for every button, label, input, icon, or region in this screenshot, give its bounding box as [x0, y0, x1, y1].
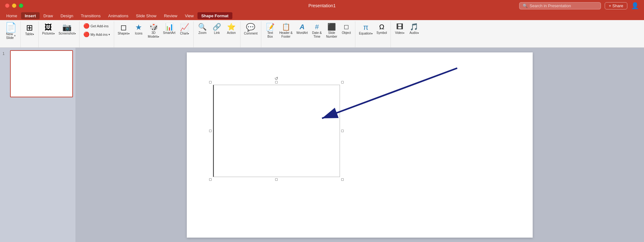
my-addins-button[interactable]: 🔴 My Add-ins ▾: [81, 30, 112, 38]
slide-thumbnail-1[interactable]: 1: [3, 50, 73, 97]
header-footer-button[interactable]: 📋 Header &Footer: [278, 22, 294, 40]
video-icon: 🎞: [396, 24, 403, 30]
audio-button[interactable]: 🎵 Audio▾: [407, 22, 421, 36]
video-button[interactable]: 🎞 Video▾: [393, 22, 407, 36]
ribbon-group-links: 🔍 Zoom 🔗 Link ⭐ Action: [194, 21, 241, 47]
smartart-button[interactable]: 📊 SmartArt: [161, 22, 177, 36]
share-button[interactable]: + Share: [605, 2, 627, 9]
equation-button[interactable]: π Equation▾: [357, 22, 374, 36]
handle-top-right[interactable]: [341, 81, 344, 83]
symbols-buttons: π Equation▾ Ω Symbol: [357, 22, 388, 47]
table-label: Table▾: [25, 32, 34, 36]
menu-view[interactable]: View: [181, 12, 197, 19]
shapes-icon: ◻: [120, 24, 127, 31]
wordart-button[interactable]: A WordArt: [295, 22, 309, 36]
video-label: Video▾: [395, 31, 404, 35]
text-box-label: TextBox: [267, 31, 273, 39]
equation-label: Equation▾: [359, 32, 372, 35]
minimize-button[interactable]: [12, 3, 16, 8]
menu-transitions[interactable]: Transitions: [77, 12, 104, 19]
illustrations-buttons: ◻ Shapes▾ ★ Icons 🎲 3DModels▾ 📊 SmartArt…: [116, 22, 192, 47]
menu-home[interactable]: Home: [3, 12, 21, 19]
app-title: Presentation1: [308, 3, 336, 8]
new-slide-icon: 📄: [5, 23, 17, 32]
comment-button[interactable]: 💬 Comment: [242, 22, 259, 36]
handle-bottom-center[interactable]: [275, 178, 278, 181]
audio-label: Audio▾: [409, 31, 419, 35]
main-area: 1 ↺: [0, 48, 644, 242]
object-button[interactable]: □ Object: [339, 22, 353, 36]
slide-panel: 1: [0, 48, 75, 242]
close-button[interactable]: [5, 3, 9, 8]
table-button[interactable]: ⊞ Table▾: [23, 22, 36, 37]
media-buttons: 🎞 Video▾ 🎵 Audio▾: [393, 22, 421, 47]
comment-icon: 💬: [246, 24, 255, 31]
window-controls[interactable]: [5, 3, 23, 8]
user-icon[interactable]: 👤: [631, 2, 639, 9]
handle-middle-left[interactable]: [209, 130, 212, 132]
ribbon-group-images: 🖼 Pictures▾ 📷 Screenshot▾: [39, 21, 80, 47]
ribbon-group-comments: 💬 Comment: [241, 21, 261, 47]
text-box-icon: 📝: [266, 24, 275, 30]
symbol-label: Symbol: [376, 31, 387, 35]
header-footer-icon: 📋: [282, 24, 290, 30]
audio-icon: 🎵: [410, 24, 418, 30]
ribbon-group-new-slide: 📄 NewSlide ▾: [1, 21, 21, 47]
comment-label: Comment: [244, 32, 258, 35]
my-addins-icon: 🔴: [83, 31, 90, 37]
rotate-handle[interactable]: ↺: [275, 76, 278, 81]
my-addins-label: My Add-ins: [91, 33, 108, 36]
screenshot-button[interactable]: 📷 Screenshot▾: [57, 22, 77, 36]
action-label: Action: [227, 31, 236, 35]
textbox-container[interactable]: ↺: [210, 82, 342, 180]
slide-number-label: SlideNumber: [326, 31, 337, 39]
chart-button[interactable]: 📈 Chart▾: [178, 22, 192, 36]
symbol-button[interactable]: Ω Symbol: [375, 22, 389, 36]
new-slide-label: NewSlide: [6, 32, 14, 40]
3d-models-icon: 🎲: [149, 24, 158, 30]
slide-number-button[interactable]: ⬛ SlideNumber: [325, 22, 339, 40]
addins-buttons: 🔴 Get Add-ins 🔴 My Add-ins ▾: [81, 22, 112, 47]
handle-bottom-right[interactable]: [341, 178, 344, 181]
handle-top-center[interactable]: [275, 81, 278, 83]
date-time-button[interactable]: # Date &Time: [310, 22, 324, 40]
object-icon: □: [344, 24, 348, 30]
date-time-icon: #: [315, 24, 319, 30]
shapes-button[interactable]: ◻ Shapes▾: [116, 22, 131, 36]
slide-canvas[interactable]: ↺: [187, 52, 533, 238]
slide-preview-1[interactable]: [10, 50, 73, 97]
menu-shape-format[interactable]: Shape Format: [197, 12, 232, 19]
get-addins-button[interactable]: 🔴 Get Add-ins: [81, 22, 112, 30]
header-footer-label: Header &Footer: [279, 31, 292, 39]
text-buttons: 📝 TextBox 📋 Header &Footer A WordArt # D…: [263, 22, 353, 47]
date-time-label: Date &Time: [312, 31, 322, 39]
3d-models-button[interactable]: 🎲 3DModels▾: [146, 22, 161, 40]
menu-slideshow[interactable]: Slide Show: [132, 12, 160, 19]
maximize-button[interactable]: [19, 3, 23, 8]
icons-button[interactable]: ★ Icons: [132, 22, 146, 36]
menu-draw[interactable]: Draw: [40, 12, 57, 19]
handle-bottom-left[interactable]: [209, 178, 212, 181]
handle-top-left[interactable]: [209, 81, 212, 83]
handle-middle-right[interactable]: [341, 130, 344, 132]
table-icon: ⊞: [26, 24, 33, 32]
textbox-inner[interactable]: [213, 85, 340, 177]
new-slide-buttons: 📄 NewSlide ▾: [3, 22, 19, 47]
canvas-area: ↺: [75, 48, 644, 242]
ribbon: 📄 NewSlide ▾ ⊞ Table▾ 🖼 Pictures▾ 📷: [0, 20, 644, 48]
menu-animations[interactable]: Animations: [104, 12, 132, 19]
menu-design[interactable]: Design: [57, 12, 77, 19]
pictures-button[interactable]: 🖼 Pictures▾: [41, 22, 56, 36]
table-buttons: ⊞ Table▾: [23, 22, 36, 47]
link-button[interactable]: 🔗 Link: [210, 22, 224, 36]
menu-review[interactable]: Review: [160, 12, 181, 19]
action-button[interactable]: ⭐ Action: [225, 22, 238, 36]
textbox-content[interactable]: [213, 85, 340, 177]
new-slide-button[interactable]: 📄 NewSlide ▾: [3, 22, 19, 40]
search-box[interactable]: 🔍 Search in Presentation: [519, 2, 601, 9]
new-slide-dropdown-arrow[interactable]: ▾: [14, 34, 16, 37]
zoom-button[interactable]: 🔍 Zoom: [196, 22, 209, 36]
text-box-button[interactable]: 📝 TextBox: [263, 22, 277, 40]
get-addins-icon: 🔴: [83, 23, 90, 29]
menu-insert[interactable]: Insert: [21, 12, 40, 19]
